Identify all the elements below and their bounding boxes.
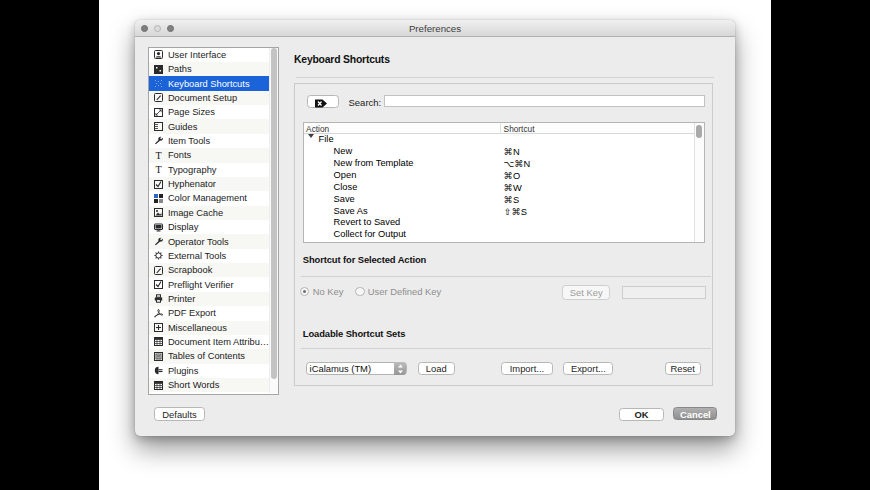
svg-text:T: T	[156, 165, 162, 174]
svg-text:T: T	[156, 151, 162, 160]
